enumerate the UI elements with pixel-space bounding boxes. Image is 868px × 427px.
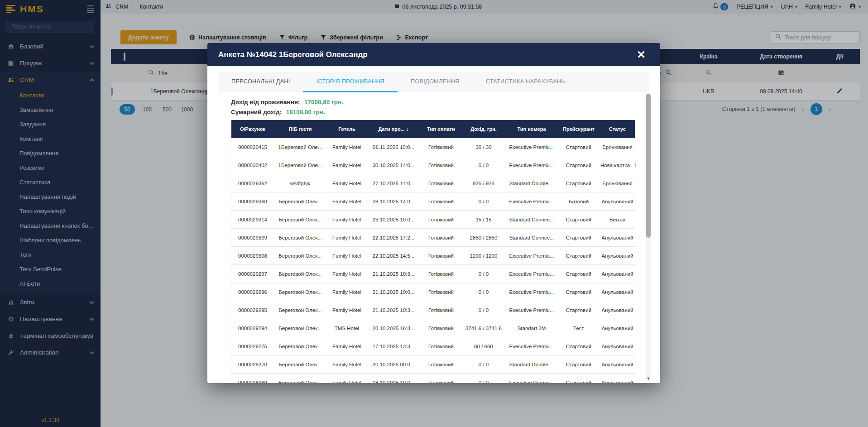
stay-column-header[interactable]: Дохід, грн. bbox=[462, 126, 505, 132]
modal-tab[interactable]: ІСТОРІЯ ПРОЖИВАННЯ bbox=[303, 72, 398, 92]
table-cell: 22.10.2025 14:5... bbox=[367, 253, 420, 259]
sort-desc-icon: ↓ bbox=[405, 126, 409, 132]
table-cell: Family Hotel bbox=[326, 307, 367, 313]
table-row[interactable]: 0000029295Береговой Олек...Family Hotel2… bbox=[231, 301, 635, 319]
table-cell: Базовий bbox=[558, 199, 599, 204]
table-cell: 18.10.2025 10:0... bbox=[367, 380, 420, 384]
table-cell: Executive Premiu... bbox=[505, 380, 558, 384]
table-cell: Executive Premiu... bbox=[505, 253, 558, 259]
table-cell: 27.10.2025 14:0... bbox=[367, 181, 420, 186]
stay-history-body: 00000304151Береговой Оле...Family Hotel0… bbox=[231, 138, 635, 383]
table-cell: Анульований bbox=[599, 235, 636, 240]
stay-column-header[interactable]: Тип оплати bbox=[420, 126, 462, 132]
table-cell: Анульований bbox=[599, 199, 636, 204]
table-row[interactable]: 00000304151Береговой Оле...Family Hotel0… bbox=[231, 138, 635, 156]
table-cell: Береговой Олек... bbox=[274, 307, 326, 313]
scrollbar-thumb[interactable] bbox=[646, 94, 651, 238]
table-cell: Береговой Олек... bbox=[274, 253, 326, 259]
table-row[interactable]: 0000029294Береговой Олек...TMS Hotel20.1… bbox=[231, 319, 635, 337]
table-row[interactable]: 0000029309Береговой Олек...Family Hotel2… bbox=[231, 229, 635, 247]
table-cell: Family Hotel bbox=[326, 163, 367, 168]
table-row[interactable]: 0000029296Береговой Олек...Family Hotel2… bbox=[231, 283, 635, 301]
table-cell: Готівковий bbox=[420, 181, 462, 186]
table-cell: Стартовий bbox=[558, 271, 599, 277]
table-row[interactable]: 0000029362wsdfghjkFamily Hotel27.10.2025… bbox=[231, 174, 635, 192]
table-row[interactable]: 0000028269Береговой Олек...Family Hotel1… bbox=[231, 374, 635, 383]
scroll-down-icon[interactable]: ▼ bbox=[646, 376, 651, 381]
table-cell: Анульований bbox=[599, 362, 636, 367]
table-cell: 0000029362 bbox=[231, 181, 274, 186]
table-cell: 0000030402 bbox=[231, 163, 274, 168]
table-cell: 0000029295 bbox=[231, 307, 274, 313]
table-cell: Готівковий bbox=[420, 380, 462, 384]
table-cell: Береговой Олек... bbox=[274, 326, 326, 331]
table-cell: Береговой Олек... bbox=[274, 217, 326, 222]
income-summary: Дохід від проживання: 17008,80 грн. Сума… bbox=[231, 99, 660, 115]
table-cell: 3741.6 / 3741.6 bbox=[462, 326, 505, 331]
table-cell: 20.10.2025 16:3... bbox=[367, 326, 420, 331]
table-cell: 17.10.2025 13:3... bbox=[367, 344, 420, 349]
table-row[interactable]: 0000029275Береговой Олек...Family Hotel1… bbox=[231, 337, 635, 355]
stay-column-header[interactable]: Прейскурант bbox=[558, 126, 599, 132]
table-cell: 0000029275 bbox=[231, 344, 274, 349]
table-cell: Береговой Олек... bbox=[274, 344, 326, 349]
table-cell: Готівковий bbox=[420, 199, 462, 204]
modal-tab[interactable]: ПЕРСОНАЛЬНІ ДАНІ bbox=[218, 72, 303, 92]
table-cell: Анульований bbox=[599, 271, 636, 277]
table-cell: Готівковий bbox=[420, 253, 462, 259]
table-cell: Family Hotel bbox=[326, 380, 367, 384]
table-cell: 0000030415 bbox=[231, 144, 274, 150]
table-cell: Готівковий bbox=[420, 344, 462, 349]
table-row[interactable]: 0000029297Береговой Олек...Family Hotel2… bbox=[231, 265, 635, 283]
table-cell: Family Hotel bbox=[326, 235, 367, 240]
table-row[interactable]: 0000029360Береговой Олек...Family Hotel2… bbox=[231, 192, 635, 211]
table-cell: Береговой Олек... bbox=[274, 362, 326, 367]
table-cell: Готівковий bbox=[420, 144, 462, 150]
table-row[interactable]: 00000304021Береговой Оле...Family Hotel3… bbox=[231, 156, 635, 174]
table-cell: Family Hotel bbox=[326, 362, 367, 367]
table-row[interactable]: 0000028270Береговой Олек...Family Hotel2… bbox=[231, 355, 635, 374]
table-cell: 30 / 30 bbox=[462, 144, 505, 150]
table-cell: Береговой Олек... bbox=[274, 289, 326, 295]
table-cell: Готівковий bbox=[420, 217, 462, 222]
table-cell: 0 / 0 bbox=[462, 307, 505, 313]
modal-scrollbar[interactable]: ▼ bbox=[646, 93, 651, 382]
table-cell: Готівковий bbox=[420, 235, 462, 240]
stay-column-header[interactable]: ПІБ гостя bbox=[274, 126, 326, 132]
modal-tab[interactable]: ПОВІДОМЛЕННЯ bbox=[398, 72, 473, 92]
stay-column-header[interactable]: Тип номера bbox=[505, 126, 558, 132]
table-cell: Executive Premiu... bbox=[505, 271, 558, 277]
table-cell: Анульований bbox=[599, 253, 636, 259]
stay-history-table: О/РахунокПІБ гостяГотельДати про... ↓Тип… bbox=[231, 120, 635, 383]
table-cell: Стартовий bbox=[558, 217, 599, 222]
table-cell: Standard Double ... bbox=[505, 181, 558, 186]
table-cell: 60 / 660 bbox=[462, 344, 505, 349]
table-cell: Family Hotel bbox=[326, 271, 367, 277]
close-icon[interactable]: ✕ bbox=[637, 49, 649, 60]
table-cell: Стартовий bbox=[558, 235, 599, 240]
stay-column-header[interactable]: Готель bbox=[326, 126, 367, 132]
table-cell: 22.10.2025 17:2... bbox=[367, 235, 420, 240]
table-cell: Стартовий bbox=[558, 307, 599, 313]
table-cell: Береговой Олек... bbox=[274, 380, 326, 384]
table-cell: 0000029314 bbox=[231, 217, 274, 222]
table-cell: wsdfghjk bbox=[274, 181, 326, 186]
table-cell: 0 / 0 bbox=[462, 380, 505, 384]
modal-tab[interactable]: СТАТИСТИКА НАРАХУВАНЬ bbox=[473, 72, 578, 92]
table-cell: 925 / 925 bbox=[462, 181, 505, 186]
stay-column-header[interactable]: Дати про... ↓ bbox=[367, 126, 420, 132]
table-cell: Family Hotel bbox=[326, 344, 367, 349]
table-cell: 1Береговой Оле... bbox=[274, 144, 326, 150]
table-cell: Анульований bbox=[599, 344, 636, 349]
stay-column-header[interactable]: О/Рахунок bbox=[231, 126, 274, 132]
stay-column-header[interactable]: Статус bbox=[599, 126, 636, 132]
table-cell: 0000029360 bbox=[231, 199, 274, 204]
table-cell: Готівковий bbox=[420, 289, 462, 295]
table-row[interactable]: 0000029308Береговой Олек...Family Hotel2… bbox=[231, 247, 635, 265]
table-cell: Family Hotel bbox=[326, 289, 367, 295]
table-cell: Executive Premiu... bbox=[505, 344, 558, 349]
table-row[interactable]: 0000029314Береговой Олек...Family Hotel2… bbox=[231, 211, 635, 229]
table-cell: 0 / 0 bbox=[462, 362, 505, 367]
table-cell: Executive Premiu... bbox=[505, 144, 558, 150]
table-cell: 21.10.2025 10:3... bbox=[367, 307, 420, 313]
